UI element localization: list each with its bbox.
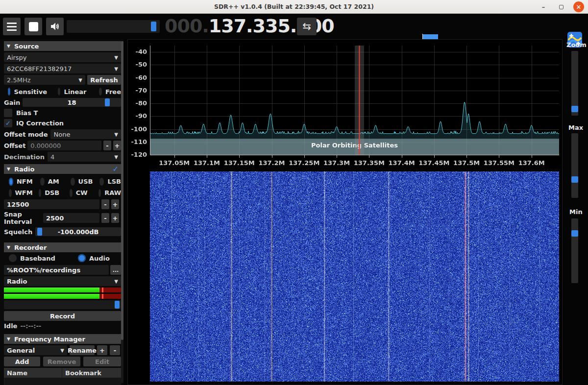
mode-label-usb: USB [78,178,93,185]
max-slider-handle[interactable] [571,176,578,183]
waterfall-display[interactable] [129,171,560,382]
offset-decrement-button[interactable]: - [103,141,111,150]
bookmark-list-select[interactable]: General ▼ [4,345,67,355]
mode-radio-usb[interactable] [71,178,75,186]
bookmark-table-header: Name Bookmark [4,368,121,378]
recorder-mode-label-baseband: Baseband [20,255,55,262]
squelch-value: -100.000dB [58,228,99,236]
remove-bookmark-button[interactable]: Remove [43,357,80,366]
bias-t-label: Bias T [16,109,38,117]
radio-enabled-check-icon[interactable]: ✓ [112,165,119,173]
samplerate-select[interactable]: 2.5MHz ▼ [4,75,85,85]
sidebar-scrollbar[interactable] [121,41,123,383]
recorder-volume-handle[interactable] [115,301,120,309]
snap-increment-button[interactable]: + [111,213,119,223]
gain-mode-label-free: Free [105,88,121,96]
add-list-button[interactable]: + [97,345,107,355]
collapse-triangle-icon: ▼ [7,167,10,171]
offset-increment-button[interactable]: + [113,141,121,150]
bandwidth-increment-button[interactable]: + [111,199,119,209]
offset-mode-select[interactable]: None ▼ [50,129,121,139]
refresh-button[interactable]: Refresh [87,75,121,85]
gain-slider[interactable]: 18 [23,98,121,107]
offset-label: Offset [4,142,25,149]
column-header-bookmark[interactable]: Bookmark [62,369,101,377]
min-slider[interactable] [571,218,578,283]
bias-t-checkbox[interactable] [4,109,12,117]
squelch-label: Squelch [4,228,32,236]
record-button[interactable]: Record [4,311,121,321]
zoom-slider-handle[interactable] [571,106,578,112]
bookmark-table-body[interactable] [4,378,121,385]
section-header-recorder[interactable]: ▼ Recorder [4,242,121,252]
iq-correction-checkbox[interactable]: ✓ [4,119,12,127]
gain-mode-radio-free[interactable] [99,88,101,96]
rename-list-button[interactable]: Rename [70,345,95,355]
add-bookmark-button[interactable]: Add [4,357,40,366]
mode-radio-lsb[interactable] [99,178,104,186]
recorder-mode-radio-audio[interactable] [78,254,86,262]
gain-mode-radio-sensitive[interactable] [8,88,10,96]
zoom-slider[interactable] [571,51,578,116]
column-header-name[interactable]: Name [4,368,62,378]
gain-label: Gain [4,99,20,106]
squelch-slider[interactable]: -100.000dB [35,227,121,236]
max-slider[interactable] [571,133,578,198]
recording-path-input[interactable]: %ROOT%/recordings [4,265,109,275]
remove-list-button[interactable]: - [110,345,120,355]
gain-mode-radio-linear[interactable] [58,88,60,96]
section-header-radio[interactable]: ▼ Radio ✓ [4,164,121,174]
menu-button[interactable] [3,18,21,35]
offset-input[interactable]: 0.000000 [27,141,101,150]
section-header-frequency-manager[interactable]: ▼ Frequency Manager [4,334,121,344]
bandwidth-input[interactable]: 12500 [4,199,99,209]
stop-button[interactable] [24,18,42,35]
snap-interval-input[interactable]: 2500 [43,213,99,223]
tune-mode-button[interactable]: ⇆ [297,18,317,35]
recorder-stream-select[interactable]: Radio ▼ [4,276,121,286]
source-type-value: Airspy [7,54,27,61]
vu-green-right [4,294,99,299]
source-header-label: Source [14,43,39,50]
source-type-select[interactable]: Airspy ▼ [4,52,121,62]
volume-slider[interactable] [67,20,160,33]
mode-radio-dsb[interactable] [39,189,42,197]
snap-decrement-button[interactable]: - [101,213,109,223]
decimation-select[interactable]: 4 ▼ [48,152,121,162]
browse-button[interactable]: ... [110,265,121,275]
device-serial-select[interactable]: 62CC68FF21382917 ▼ [4,64,121,73]
maximize-icon[interactable] [556,1,566,12]
volume-slider-handle[interactable] [151,22,156,31]
squelch-slider-handle[interactable] [37,228,42,236]
mode-radio-cw[interactable] [70,189,73,197]
mode-radio-wfm[interactable] [9,189,12,197]
gain-mode-label-linear: Linear [64,88,86,96]
chevron-down-icon: ▼ [78,77,82,83]
mode-label-raw: RAW [104,189,121,196]
gain-mode-label-sensitive: Sensitive [14,88,47,96]
mode-radio-nfm[interactable] [9,178,13,186]
vu-meter-right [4,294,121,299]
minimize-icon[interactable]: – [538,1,549,12]
mode-radio-raw[interactable] [98,189,101,197]
frequency-manager-header-label: Frequency Manager [14,336,85,343]
recorder-volume-slider[interactable] [4,300,121,309]
fft-spectrum-plot[interactable] [129,42,560,169]
gain-slider-handle[interactable] [105,98,110,106]
recorder-status: Idle [4,322,17,330]
mute-button[interactable] [46,18,64,35]
section-header-source[interactable]: ▼ Source [4,41,121,51]
min-slider-handle[interactable] [571,230,578,237]
frequency-dim-digits[interactable]: 000. [165,15,209,37]
chevron-down-icon: ▼ [114,279,118,284]
recording-path-value: %ROOT%/recordings [7,266,80,274]
bandwidth-decrement-button[interactable]: - [101,199,109,209]
window-title: SDR++ v1.0.4 (Built at 22:39:45, Oct 17 … [214,3,374,10]
recorder-mode-radio-baseband[interactable] [9,254,17,262]
vu-meter-left [4,288,121,292]
edit-bookmark-button[interactable]: Edit [83,357,121,366]
close-icon[interactable]: ✕ [573,1,584,12]
sidebar: ▼ Source Airspy ▼ 62CC68FF21382917 ▼ 2.5… [0,39,123,385]
mode-radio-am[interactable] [40,178,45,186]
mode-label-dsb: DSB [45,189,59,196]
